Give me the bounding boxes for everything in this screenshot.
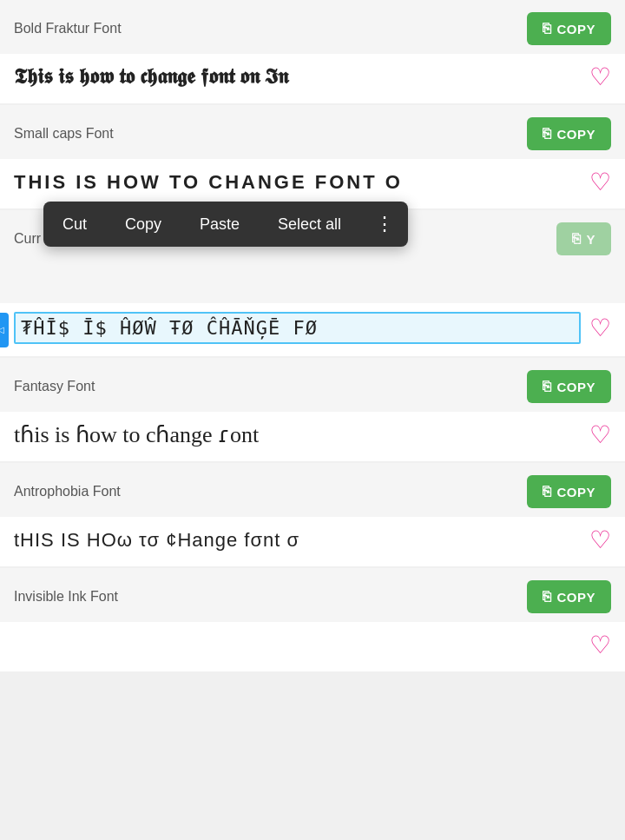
bold-fraktur-heart-button[interactable]: ♡ <box>589 63 611 91</box>
invisible-ink-preview-row: ♡ <box>0 622 625 671</box>
copy-icon-6: ⎘ <box>543 589 552 605</box>
invisible-ink-copy-button[interactable]: ⎘ COPY <box>527 580 611 613</box>
antrophobia-card: Antrophobia Font ⎘ COPY tHIS IS HOω τσ ¢… <box>0 463 625 566</box>
antrophobia-label: Antrophobia Font <box>14 484 121 499</box>
currency-copy-button[interactable]: ⎘ Y <box>556 222 611 255</box>
context-menu-cut[interactable]: Cut <box>43 202 106 247</box>
context-menu-copy[interactable]: Copy <box>106 202 181 247</box>
context-menu: Cut Copy Paste Select all ⋮ <box>43 202 408 247</box>
bold-fraktur-preview-text: 𝕿𝖍𝖎𝖘 𝖎𝖘 𝖍𝖔𝖜 𝖙𝖔 𝖈𝖍𝖆𝖓𝖌𝖊 𝖋𝖔𝖓𝖙 𝖔𝖓 𝕴𝖓 <box>14 65 581 89</box>
fantasy-header: Fantasy Font ⎘ COPY <box>14 370 611 403</box>
invisible-ink-heart-button[interactable]: ♡ <box>589 631 611 659</box>
fantasy-preview-text: tɦis is ɦow to cɦange ɾont <box>14 421 581 448</box>
invisible-ink-label: Invisible Ink Font <box>14 589 118 605</box>
copy-icon-4: ⎘ <box>543 379 552 394</box>
currency-card: Curr ⎘ Y Cut Copy Paste Select all ⋮ ◁ ₮… <box>0 210 625 356</box>
currency-input-field[interactable]: ₮ĤĪ$ Ī$ ĤØŴ ŦØ ĈĤĀŇĢĒ FØ <box>14 312 581 344</box>
currency-heart-button[interactable]: ♡ <box>589 314 611 342</box>
copy-icon-2: ⎘ <box>543 126 552 142</box>
small-caps-header: Small caps Font ⎘ COPY <box>14 117 611 150</box>
small-caps-copy-button[interactable]: ⎘ COPY <box>527 117 611 150</box>
antrophobia-copy-button[interactable]: ⎘ COPY <box>527 475 611 508</box>
small-caps-label: Small caps Font <box>14 126 114 142</box>
currency-label: Curr <box>14 231 41 247</box>
invisible-ink-card: Invisible Ink Font ⎘ COPY ♡ <box>0 568 625 671</box>
scroll-handle[interactable]: ◁ <box>0 313 9 347</box>
fantasy-card: Fantasy Font ⎘ COPY tɦis is ɦow to cɦang… <box>0 358 625 461</box>
context-menu-more-icon[interactable]: ⋮ <box>361 213 408 235</box>
bold-fraktur-header: Bold Fraktur Font ⎘ COPY <box>14 12 611 45</box>
copy-icon-5: ⎘ <box>543 484 552 499</box>
bold-fraktur-card: Bold Fraktur Font ⎘ COPY 𝕿𝖍𝖎𝖘 𝖎𝖘 𝖍𝖔𝖜 𝖙𝖔 … <box>0 0 625 103</box>
fantasy-heart-button[interactable]: ♡ <box>589 420 611 449</box>
antrophobia-header: Antrophobia Font ⎘ COPY <box>14 475 611 508</box>
fantasy-copy-button[interactable]: ⎘ COPY <box>527 370 611 403</box>
context-menu-paste[interactable]: Paste <box>181 202 259 247</box>
small-caps-heart-button[interactable]: ♡ <box>589 168 611 196</box>
fantasy-preview-row: tɦis is ɦow to cɦange ɾont ♡ <box>0 412 625 461</box>
context-menu-select-all[interactable]: Select all <box>259 202 360 247</box>
small-caps-preview-text: THIS IS HOW TO CHANGE FONT O <box>14 171 581 194</box>
antrophobia-heart-button[interactable]: ♡ <box>589 526 611 554</box>
antrophobia-preview-text: tHIS IS HOω τσ ¢Hange fσnt σ <box>14 529 581 552</box>
antrophobia-preview-row: tHIS IS HOω τσ ¢Hange fσnt σ ♡ <box>0 517 625 566</box>
copy-icon-3: ⎘ <box>572 231 582 247</box>
fantasy-label: Fantasy Font <box>14 379 95 394</box>
bold-fraktur-preview-row: 𝕿𝖍𝖎𝖘 𝖎𝖘 𝖍𝖔𝖜 𝖙𝖔 𝖈𝖍𝖆𝖓𝖌𝖊 𝖋𝖔𝖓𝖙 𝖔𝖓 𝕴𝖓 ♡ <box>0 54 625 103</box>
currency-preview-row: ◁ ₮ĤĪ$ Ī$ ĤØŴ ŦØ ĈĤĀŇĢĒ FØ ♡ <box>0 303 625 356</box>
bold-fraktur-copy-button[interactable]: ⎘ COPY <box>527 12 611 45</box>
small-caps-card: Small caps Font ⎘ COPY THIS IS HOW TO CH… <box>0 105 625 208</box>
invisible-ink-preview-text <box>14 634 581 657</box>
bold-fraktur-label: Bold Fraktur Font <box>14 21 122 36</box>
invisible-ink-header: Invisible Ink Font ⎘ COPY <box>14 580 611 613</box>
copy-icon: ⎘ <box>543 21 552 36</box>
